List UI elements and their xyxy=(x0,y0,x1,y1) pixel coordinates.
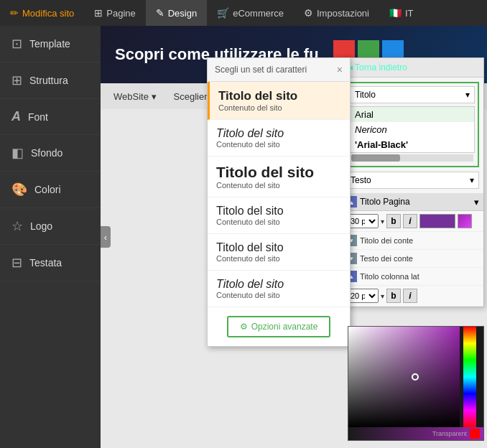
nav-pagine[interactable]: ⊞ Pagine xyxy=(84,0,145,26)
color-preview[interactable] xyxy=(419,214,455,228)
sidebar-item-logo[interactable]: ☆ Logo xyxy=(0,208,101,245)
font-chooser-close[interactable]: × xyxy=(337,64,343,75)
font-option-3-subtitle: Contenuto del sito xyxy=(216,181,341,190)
font-option-2-subtitle: Contenuto del sito xyxy=(216,140,341,149)
testo-dropdown[interactable]: Testo xyxy=(345,172,479,189)
color-gradient-area[interactable] xyxy=(348,327,460,427)
italic-button-2[interactable]: i xyxy=(403,289,417,303)
nav-modifica-sito[interactable]: ✏ Modifica sito xyxy=(0,0,84,26)
font-option-5-subtitle: Contenuto del sito xyxy=(216,254,341,263)
scrollbar-thumb[interactable] xyxy=(351,154,400,162)
titolo-colonna-row: ▴ Titolo colonna lat xyxy=(341,268,483,286)
nav-impostazioni[interactable]: ⚙ Impostazioni xyxy=(294,0,379,26)
chevron-down-icon-3 xyxy=(474,197,479,207)
titolo-contenuti-row: ▾ Titolo dei conte xyxy=(341,232,483,250)
color-swatch[interactable] xyxy=(458,214,472,228)
template-icon: ⊡ xyxy=(11,36,22,52)
cart-icon: 🛒 xyxy=(217,7,229,19)
bold-button[interactable]: b xyxy=(386,214,401,228)
chevron-left-icon: ‹ xyxy=(104,232,107,243)
sidebar-item-testata[interactable]: ⊟ Testata xyxy=(0,245,101,281)
font-option-1[interactable]: Titolo del sito Contenuto del sito xyxy=(208,82,350,120)
font-option-3[interactable]: Titolo del sito Contenuto del sito xyxy=(208,157,350,197)
settings-icon: ⚙ xyxy=(304,7,313,19)
pages-icon: ⊞ xyxy=(94,7,103,19)
bold-button-2[interactable]: b xyxy=(386,289,401,303)
testo-contenuti-row: ▾ Testo dei conte xyxy=(341,250,483,268)
size-arrow-icon-2: ▾ xyxy=(381,292,384,300)
sidebar-item-template[interactable]: ⊡ Template xyxy=(0,26,101,62)
style-row-2: 20 px ▾ b i xyxy=(341,286,483,307)
panel-section-title: Titolo Arial Nericon 'Arial-Black' xyxy=(345,82,479,167)
main-area: Scopri come utilizzare le fu WebSite ▾ S… xyxy=(101,26,487,448)
color-picker-handle[interactable] xyxy=(412,373,419,381)
sidebar-item-sfondo[interactable]: ◧ Sfondo xyxy=(0,135,101,172)
nav-ecommerce[interactable]: 🛒 eCommerce xyxy=(207,0,294,26)
nav-design[interactable]: ✎ Design xyxy=(146,0,207,26)
italic-button[interactable]: i xyxy=(403,214,417,228)
font-option-5[interactable]: Titolo del sito Contenuto del sito xyxy=(208,234,350,271)
font-option-4[interactable]: Titolo del sito Contenuto del sito xyxy=(208,197,350,234)
logo-icon: ☆ xyxy=(11,218,23,234)
sidebar-collapse-arrow[interactable]: ‹ xyxy=(101,226,111,248)
back-link[interactable]: ◂ Torna indietro xyxy=(341,58,483,78)
sidebar-item-font[interactable]: A Font xyxy=(0,99,101,135)
top-navigation: ✏ Modifica sito ⊞ Pagine ✎ Design 🛒 eCom… xyxy=(0,0,487,26)
subnav-website[interactable]: WebSite ▾ xyxy=(108,88,162,105)
size-arrow-icon: ▾ xyxy=(381,218,384,225)
transparent-label: Transparent xyxy=(432,430,467,437)
struttura-icon: ⊞ xyxy=(11,73,22,88)
font-list-item-arial-black[interactable]: 'Arial-Black' xyxy=(351,137,474,152)
red-swatch[interactable] xyxy=(470,429,480,439)
flag-icon: 🇮🇹 xyxy=(389,7,402,19)
chevron-down-icon-2 xyxy=(470,175,474,185)
font-option-1-subtitle: Contenuto del sito xyxy=(218,103,341,112)
edit-icon: ✏ xyxy=(10,7,19,19)
left-sidebar: ⊡ Template ⊞ Struttura A Font ◧ Sfondo 🎨… xyxy=(0,26,101,448)
font-chooser-title: Scegli un set di caratteri xyxy=(215,65,307,75)
advanced-options-button[interactable]: ⚙ Opzioni avanzate xyxy=(227,316,331,337)
titolo-colonna-label: Titolo colonna lat xyxy=(360,272,479,281)
titolo-pagina-label: Titolo Pagina xyxy=(360,197,471,207)
transparent-bar: Transparent xyxy=(348,427,483,440)
font-option-3-title: Titolo del sito xyxy=(216,164,341,181)
sfondo-icon: ◧ xyxy=(11,145,24,161)
font-option-6-title: Titolo del sito xyxy=(216,278,341,291)
color-picker: Transparent xyxy=(348,326,484,441)
design-icon: ✎ xyxy=(156,7,164,19)
gear-icon: ⚙ xyxy=(240,322,248,332)
panel-section-testo: Testo xyxy=(345,172,479,189)
font-list-item-arial[interactable]: Arial xyxy=(351,107,474,122)
font-option-2[interactable]: Titolo del sito Contenuto del sito xyxy=(208,120,350,157)
titolo-pagina-bar: ▴ Titolo Pagina xyxy=(341,193,483,211)
font-option-6[interactable]: Titolo del sito Contenuto del sito xyxy=(208,271,350,307)
font-icon: A xyxy=(11,109,21,124)
font-option-2-title: Titolo del sito xyxy=(216,127,341,140)
testata-icon: ⊟ xyxy=(11,255,22,271)
sidebar-item-struttura[interactable]: ⊞ Struttura xyxy=(0,62,101,99)
style-row: 30 px ▾ b i xyxy=(341,211,483,232)
font-option-5-title: Titolo del sito xyxy=(216,241,341,254)
advanced-btn-container: ⚙ Opzioni avanzate xyxy=(208,307,350,346)
font-option-1-title: Titolo del sito xyxy=(218,89,341,103)
chevron-down-icon xyxy=(465,90,470,100)
font-chooser-header: Scegli un set di caratteri × xyxy=(208,58,350,82)
right-panel: ◂ Torna indietro Titolo Arial Nericon 'A… xyxy=(340,57,484,307)
sidebar-item-colori[interactable]: 🎨 Colori xyxy=(0,172,101,208)
colori-icon: 🎨 xyxy=(11,182,27,197)
category-dropdown[interactable]: Titolo xyxy=(350,86,475,103)
font-option-4-title: Titolo del sito xyxy=(216,205,341,218)
font-option-6-subtitle: Contenuto del sito xyxy=(216,291,341,299)
testo-contenuti-label: Testo dei conte xyxy=(360,254,479,263)
nav-language[interactable]: 🇮🇹 IT xyxy=(379,0,424,26)
font-list-item-nericon[interactable]: Nericon xyxy=(351,122,474,137)
font-list: Arial Nericon 'Arial-Black' xyxy=(350,106,475,153)
font-option-4-subtitle: Contenuto del sito xyxy=(216,218,341,226)
titolo-contenuti-label: Titolo dei conte xyxy=(360,236,479,245)
font-chooser-popup: Scegli un set di caratteri × Titolo del … xyxy=(207,57,351,347)
hue-slider[interactable] xyxy=(463,327,476,427)
